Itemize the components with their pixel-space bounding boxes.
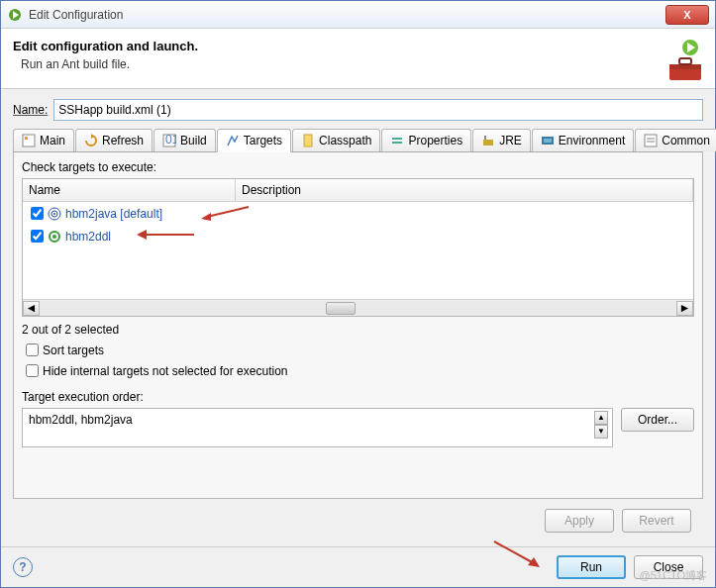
svg-point-24	[53, 213, 55, 215]
common-icon	[644, 134, 658, 147]
annotation-arrow-icon	[492, 539, 542, 569]
spin-down-button[interactable]: ▼	[594, 425, 608, 439]
target-name-label: hbm2ddl	[65, 230, 111, 244]
refresh-icon	[84, 134, 98, 147]
targets-table: Name Description hbm2java [default] hbm2…	[22, 178, 694, 317]
sort-targets-checkbox[interactable]	[26, 343, 39, 356]
svg-line-25	[207, 207, 249, 217]
svg-marker-32	[528, 557, 540, 567]
selection-count: 2 out of 2 selected	[22, 323, 694, 337]
run-button[interactable]: Run	[557, 555, 626, 579]
annotation-arrow-icon	[137, 228, 196, 242]
svg-text:010: 010	[165, 134, 176, 147]
column-description[interactable]: Description	[236, 179, 693, 201]
targets-icon	[226, 134, 240, 147]
horizontal-scrollbar[interactable]: ◄ ►	[23, 299, 693, 316]
svg-rect-6	[679, 58, 691, 64]
execution-order-label: Target execution order:	[22, 390, 694, 404]
tab-main[interactable]: Main	[13, 129, 74, 151]
hide-internal-label: Hide internal targets not selected for e…	[43, 364, 287, 378]
properties-icon	[390, 134, 404, 147]
toolbox-icon	[667, 54, 703, 82]
jre-icon	[481, 134, 495, 147]
tab-bar: Main Refresh 010Build Targets Classpath …	[13, 129, 703, 152]
svg-rect-18	[544, 139, 552, 143]
table-row[interactable]: hbm2java [default]	[23, 202, 693, 225]
build-icon: 010	[162, 134, 176, 147]
svg-rect-12	[304, 135, 312, 147]
svg-marker-26	[201, 213, 211, 221]
window-title: Edit Configuration	[29, 8, 665, 22]
svg-rect-16	[484, 136, 486, 140]
name-label: Name:	[13, 103, 48, 117]
target-icon	[48, 230, 61, 244]
bottom-bar: ? Run Close @51CTO博客	[1, 546, 715, 587]
tab-build[interactable]: 010Build	[153, 129, 216, 151]
scroll-track[interactable]	[40, 301, 676, 316]
column-name[interactable]: Name	[23, 179, 236, 201]
hide-internal-checkbox[interactable]	[26, 364, 39, 377]
environment-icon	[541, 134, 555, 147]
tab-jre[interactable]: JRE	[472, 129, 531, 151]
banner-subtitle: Run an Ant build file.	[13, 57, 656, 71]
help-icon[interactable]: ?	[13, 557, 33, 577]
svg-point-28	[52, 235, 56, 239]
svg-rect-7	[23, 135, 35, 147]
svg-rect-15	[483, 140, 493, 146]
run-config-icon	[7, 7, 23, 23]
target-checkbox[interactable]	[31, 230, 44, 243]
svg-rect-19	[645, 135, 657, 147]
spinner: ▲ ▼	[594, 411, 610, 439]
titlebar: Edit Configuration X	[1, 1, 715, 29]
check-targets-label: Check targets to execute:	[22, 160, 694, 174]
order-button[interactable]: Order...	[621, 408, 694, 432]
target-name-label: hbm2java [default]	[65, 207, 162, 221]
scroll-right-button[interactable]: ►	[676, 301, 693, 316]
annotation-arrow-icon	[201, 205, 251, 221]
target-checkbox[interactable]	[31, 207, 44, 220]
targets-panel: Check targets to execute: Name Descripti…	[13, 152, 703, 499]
svg-marker-30	[137, 230, 147, 240]
scroll-left-button[interactable]: ◄	[23, 301, 40, 316]
svg-line-31	[494, 541, 534, 563]
header-banner: Edit configuration and launch. Run an An…	[1, 29, 715, 89]
spin-up-button[interactable]: ▲	[594, 411, 608, 425]
tab-common[interactable]: Common	[635, 129, 716, 151]
execution-order-box: hbm2ddl, hbm2java ▲ ▼	[22, 408, 613, 447]
svg-rect-8	[25, 137, 28, 140]
bullseye-icon	[48, 207, 61, 221]
tab-targets[interactable]: Targets	[217, 129, 291, 152]
dialog-body: Name: Main Refresh 010Build Targets Clas…	[1, 89, 715, 546]
dialog-window: Edit Configuration X Edit configuration …	[0, 0, 716, 588]
tab-refresh[interactable]: Refresh	[75, 129, 153, 151]
tab-properties[interactable]: Properties	[381, 129, 471, 151]
tab-environment[interactable]: Environment	[532, 129, 634, 151]
revert-button[interactable]: Revert	[622, 509, 691, 533]
watermark: @51CTO博客	[640, 568, 707, 583]
banner-title: Edit configuration and launch.	[13, 39, 656, 53]
name-input[interactable]	[53, 99, 703, 121]
svg-rect-13	[392, 138, 402, 140]
table-header: Name Description	[23, 179, 693, 202]
close-window-button[interactable]: X	[665, 5, 709, 25]
execution-order-value: hbm2ddl, hbm2java	[29, 413, 133, 427]
banner-icon	[656, 39, 703, 82]
apply-revert-row: Apply Revert	[13, 499, 703, 537]
classpath-icon	[301, 134, 315, 147]
tab-classpath[interactable]: Classpath	[292, 129, 380, 151]
scroll-thumb[interactable]	[326, 302, 356, 315]
svg-rect-14	[392, 142, 402, 144]
apply-button[interactable]: Apply	[545, 509, 614, 533]
main-icon	[22, 134, 36, 147]
sort-targets-label: Sort targets	[43, 343, 104, 357]
table-row[interactable]: hbm2ddl	[23, 225, 693, 247]
